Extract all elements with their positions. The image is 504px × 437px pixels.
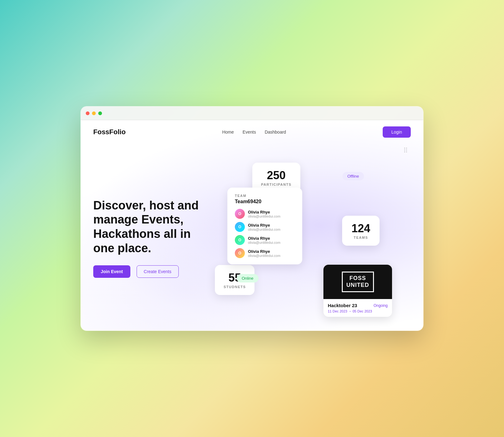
- foss-logo: FOSS UNITED: [342, 272, 374, 292]
- dot-yellow: [92, 111, 96, 115]
- dot-green: [98, 111, 102, 115]
- students-label: STUDNETS: [224, 285, 246, 289]
- dot-red: [86, 111, 90, 115]
- member-avatar-2: O: [235, 222, 245, 232]
- event-header: Hacktober 23 Ongoing: [328, 303, 388, 308]
- nav-links: Home Events Dashboard: [222, 130, 286, 135]
- member-avatar-4: O: [235, 248, 245, 258]
- teams-number: 124: [351, 222, 371, 235]
- member-avatar-1: O: [235, 209, 245, 219]
- hero-right: 250 PARTICIPANTS Offline TEAM Team69420 …: [212, 144, 411, 331]
- hero-title: Discover, host and manage Events, Hackat…: [93, 199, 212, 255]
- member-name-2: Olivia Rhye: [248, 223, 280, 228]
- team-section-label: TEAM: [235, 194, 295, 198]
- join-event-button[interactable]: Join Event: [93, 265, 130, 278]
- member-name-1: Olivia Rhye: [248, 210, 280, 214]
- event-image: FOSS UNITED: [323, 265, 392, 299]
- event-card: FOSS UNITED Hacktober 23 Ongoing 11 Dec …: [323, 265, 392, 317]
- online-badge: Online: [237, 274, 259, 282]
- nav-events[interactable]: Events: [243, 130, 256, 135]
- member-info-3: Olivia Rhye olivia@untitledui.com: [248, 236, 280, 244]
- team-member-4: O Olivia Rhye olivia@untitledui.com: [235, 248, 295, 258]
- create-events-button[interactable]: Create Events: [137, 265, 179, 278]
- nav-dashboard[interactable]: Dashboard: [265, 130, 286, 135]
- browser-window: FossFolio Home Events Dashboard Login Di…: [80, 106, 424, 331]
- nav-home[interactable]: Home: [222, 130, 234, 135]
- browser-titlebar: [81, 106, 423, 120]
- team-name: Team69420: [235, 199, 295, 204]
- event-name: Hacktober 23: [328, 303, 357, 308]
- member-info-2: Olivia Rhye olivia@untitledui.com: [248, 223, 280, 231]
- offline-badge: Offline: [342, 172, 364, 180]
- login-button[interactable]: Login: [383, 126, 411, 138]
- nav-logo: FossFolio: [93, 128, 126, 136]
- browser-content: FossFolio Home Events Dashboard Login Di…: [81, 120, 423, 331]
- navbar: FossFolio Home Events Dashboard Login: [81, 120, 423, 144]
- member-info-1: Olivia Rhye olivia@untitledui.com: [248, 210, 280, 218]
- team-member-2: O Olivia Rhye olivia@untitledui.com: [235, 222, 295, 232]
- member-info-4: Olivia Rhye olivia@untitledui.com: [248, 249, 280, 258]
- team-member-1: O Olivia Rhye olivia@untitledui.com: [235, 209, 295, 219]
- resize-handle: [404, 148, 407, 152]
- member-name-4: Olivia Rhye: [248, 249, 280, 254]
- teams-label: TEAMS: [351, 236, 371, 239]
- participants-label: PARTICIPANTS: [261, 183, 292, 186]
- team-card: TEAM Team69420 O Olivia Rhye olivia@unti…: [227, 188, 302, 264]
- hero-actions: Join Event Create Events: [93, 265, 212, 278]
- event-body: Hacktober 23 Ongoing 11 Dec 2023 → 05 De…: [323, 299, 392, 317]
- member-avatar-3: O: [235, 235, 245, 245]
- participants-number: 250: [261, 169, 292, 182]
- team-member-3: O Olivia Rhye olivia@untitledui.com: [235, 235, 295, 245]
- main-content: Discover, host and manage Events, Hackat…: [81, 144, 423, 331]
- member-email-4: olivia@untitledui.com: [248, 254, 280, 258]
- member-email-1: olivia@untitledui.com: [248, 214, 280, 218]
- teams-card: 124 TEAMS: [342, 216, 380, 246]
- event-status: Ongoing: [374, 303, 388, 308]
- member-email-2: olivia@untitledui.com: [248, 228, 280, 231]
- hero-left: Discover, host and manage Events, Hackat…: [93, 199, 212, 278]
- member-email-3: olivia@untitledui.com: [248, 241, 280, 244]
- member-name-3: Olivia Rhye: [248, 236, 280, 241]
- event-dates: 11 Dec 2023 → 05 Dec 2023: [328, 309, 388, 313]
